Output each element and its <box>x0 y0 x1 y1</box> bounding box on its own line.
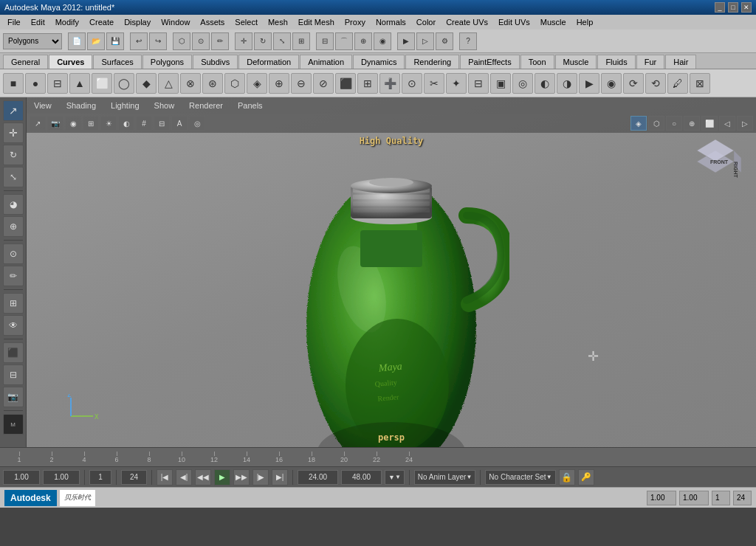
show-manip-tool[interactable]: ⊕ <box>3 216 24 237</box>
shelf-paint-icon[interactable]: 🖊 <box>667 73 688 94</box>
shelf-sphere-icon[interactable]: ● <box>25 73 46 94</box>
vp-next-btn[interactable]: ▷ <box>737 116 753 131</box>
shelf-fill-hole-icon[interactable]: ⊙ <box>402 73 422 94</box>
menu-modify[interactable]: Modify <box>51 17 83 27</box>
menu-help[interactable]: Help <box>572 17 598 27</box>
vp-light-btn[interactable]: ☀ <box>100 116 117 131</box>
time-unit-dropdown[interactable]: ▼ <box>385 470 405 485</box>
tab-toon[interactable]: Toon <box>520 55 554 69</box>
play-fwd-btn2[interactable]: ▶▶ <box>233 469 250 485</box>
char-set-dropdown[interactable]: No Character Set <box>485 470 555 485</box>
lasso-select-tool[interactable]: ⊙ <box>3 243 24 264</box>
menu-proxy[interactable]: Proxy <box>340 17 370 27</box>
redo-btn[interactable]: ↪ <box>149 32 167 50</box>
shelf-combine-icon[interactable]: ⊕ <box>269 73 289 94</box>
vp-prev-btn[interactable]: ◁ <box>719 116 735 131</box>
vp-menu-shading[interactable]: Shading <box>62 100 100 111</box>
help-btn[interactable]: ? <box>459 32 477 50</box>
shelf-pipe-icon[interactable]: ⊗ <box>180 73 201 94</box>
undo-btn[interactable]: ↩ <box>130 32 148 50</box>
view-cube[interactable]: FRONT RIGHT <box>690 136 741 187</box>
tab-general[interactable]: General <box>3 55 48 69</box>
tab-muscle[interactable]: Muscle <box>555 55 597 69</box>
move-btn[interactable]: ✛ <box>235 32 252 50</box>
go-start-btn[interactable]: |◀ <box>157 469 173 485</box>
shelf-chamfer-icon[interactable]: ◎ <box>512 73 533 94</box>
snap-2d-btn[interactable]: ⊟ <box>3 364 24 385</box>
snap-view-btn[interactable]: ◉ <box>374 32 391 50</box>
paint-select-tool[interactable]: ✏ <box>3 266 24 286</box>
shelf-offset-icon[interactable]: ▣ <box>490 73 511 94</box>
shelf-merge-icon[interactable]: ▶ <box>579 73 599 94</box>
anim-layer-dropdown[interactable]: No Anim Layer <box>414 470 476 485</box>
new-scene-btn[interactable]: 📄 <box>68 32 86 50</box>
menu-display[interactable]: Display <box>120 17 155 27</box>
maximize-btn[interactable]: □ <box>728 2 738 13</box>
shelf-uv-icon[interactable]: ⊠ <box>690 73 710 94</box>
vp-aa-btn[interactable]: A <box>171 116 188 131</box>
vp-deform-btn[interactable]: ⊕ <box>684 116 700 131</box>
vp-menu-renderer[interactable]: Renderer <box>185 100 227 111</box>
vp-joint-btn[interactable]: ○ <box>666 116 682 131</box>
render-settings-btn[interactable]: ⚙ <box>436 32 453 50</box>
layout-btn[interactable]: ⊞ <box>3 293 24 314</box>
menu-assets[interactable]: Assets <box>196 17 229 27</box>
timeline-ruler[interactable]: 1 2 4 6 8 10 12 14 <box>0 448 756 466</box>
vp-xray-btn[interactable]: ⬡ <box>648 116 664 131</box>
vp-dof-btn[interactable]: ◎ <box>189 116 205 131</box>
render-btn[interactable]: ▶ <box>397 32 415 50</box>
play-back-btn[interactable]: ◀◀ <box>195 469 211 485</box>
lasso-btn[interactable]: ⊙ <box>192 32 210 50</box>
translate-tool[interactable]: ✛ <box>3 122 24 143</box>
shelf-smooth-icon[interactable]: ◉ <box>601 73 622 94</box>
shelf-bridge-icon[interactable]: ⊞ <box>357 73 378 94</box>
ipr-btn[interactable]: ▷ <box>416 32 434 50</box>
key-btn[interactable]: 🔑 <box>578 469 594 485</box>
vp-isolate-btn[interactable]: ◈ <box>630 116 647 131</box>
shelf-plane-icon[interactable]: ⬜ <box>92 73 112 94</box>
shelf-collapse-icon[interactable]: ◑ <box>557 73 577 94</box>
end-time-field[interactable]: 48.00 <box>341 470 382 485</box>
play-fwd-btn[interactable]: ▶ <box>214 469 230 485</box>
menu-edit-mesh[interactable]: Edit Mesh <box>294 17 339 27</box>
rotate-btn[interactable]: ↻ <box>254 32 272 50</box>
shelf-wedge-icon[interactable]: ◐ <box>535 73 555 94</box>
current-time-field[interactable]: 24.00 <box>298 470 338 485</box>
open-scene-btn[interactable]: 📂 <box>87 32 105 50</box>
step-back-btn[interactable]: ◀| <box>176 469 192 485</box>
vp-shadow-btn[interactable]: ◐ <box>118 116 134 131</box>
snap-grid-btn[interactable]: ⊟ <box>316 32 334 50</box>
menu-muscle[interactable]: Muscle <box>536 17 571 27</box>
vp-select-btn[interactable]: ↗ <box>30 116 46 131</box>
vp-hud-btn[interactable]: ⊟ <box>154 116 170 131</box>
shelf-helix-icon[interactable]: ⊛ <box>202 73 223 94</box>
shelf-cone-icon[interactable]: ▲ <box>69 73 90 94</box>
tab-rendering[interactable]: Rendering <box>405 55 459 69</box>
end-frame-field[interactable]: 24 <box>121 470 147 485</box>
tab-surfaces[interactable]: Surfaces <box>93 55 141 69</box>
window-controls[interactable]: _ □ ✕ <box>715 2 752 13</box>
shelf-pyramid-icon[interactable]: △ <box>158 73 179 94</box>
rotate-tool[interactable]: ↻ <box>3 145 24 165</box>
menu-normals[interactable]: Normals <box>371 17 410 27</box>
tab-deformation[interactable]: Deformation <box>238 55 299 69</box>
select-tool[interactable]: ↗ <box>3 100 24 121</box>
vp-wire-btn[interactable]: ⬜ <box>701 116 718 131</box>
vp-shading-btn[interactable]: ◉ <box>65 116 81 131</box>
menu-edit-uvs[interactable]: Edit UVs <box>494 17 535 27</box>
step-fwd-btn[interactable]: |▶ <box>252 469 269 485</box>
snap-curve-btn[interactable]: ⌒ <box>335 32 353 50</box>
go-end-btn[interactable]: ▶| <box>272 469 288 485</box>
shelf-extrude-icon[interactable]: ⬛ <box>335 73 356 94</box>
mode-dropdown[interactable]: Polygons Surfaces Dynamics <box>3 33 62 49</box>
paint-btn[interactable]: ✏ <box>211 32 229 50</box>
menu-mesh[interactable]: Mesh <box>264 17 292 27</box>
vp-menu-lighting[interactable]: Lighting <box>106 100 144 111</box>
shelf-torus-icon[interactable]: ◯ <box>114 73 134 94</box>
close-btn[interactable]: ✕ <box>741 2 752 13</box>
viewport[interactable]: View Shading Lighting Show Renderer Pane… <box>27 97 756 447</box>
shelf-platonic-icon[interactable]: ◈ <box>247 73 267 94</box>
minimize-btn[interactable]: _ <box>715 2 725 13</box>
vp-texture-btn[interactable]: ⊞ <box>83 116 99 131</box>
shelf-append-icon[interactable]: ➕ <box>379 73 400 94</box>
